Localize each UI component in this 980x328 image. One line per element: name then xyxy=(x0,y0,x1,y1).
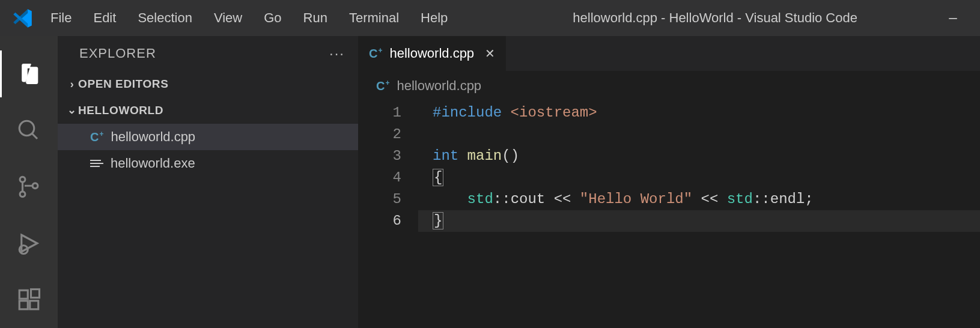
activity-source-control[interactable] xyxy=(0,159,58,215)
line-number: 2 xyxy=(358,124,418,145)
breadcrumb-label: helloworld.cpp xyxy=(397,78,481,94)
menu-selection[interactable]: Selection xyxy=(129,7,201,29)
line-number: 3 xyxy=(358,145,418,167)
activity-run-debug[interactable] xyxy=(0,215,58,272)
menu-help[interactable]: Help xyxy=(412,7,456,29)
titlebar: File Edit Selection View Go Run Terminal… xyxy=(0,0,980,36)
folder-section[interactable]: ⌄ HELLOWORLD xyxy=(58,97,358,124)
svg-point-5 xyxy=(32,183,38,189)
menu-bar: File Edit Selection View Go Run Terminal… xyxy=(42,7,456,29)
minimize-icon[interactable] xyxy=(944,9,962,27)
activity-explorer[interactable] xyxy=(0,46,58,102)
open-editors-label: OPEN EDITORS xyxy=(78,77,168,91)
code-line[interactable] xyxy=(418,124,980,145)
chevron-down-icon: ⌄ xyxy=(66,103,78,117)
svg-rect-0 xyxy=(949,18,957,19)
file-name: helloworld.cpp xyxy=(111,129,195,145)
line-gutter: 1 2 3 4 5 6 xyxy=(358,102,418,232)
menu-view[interactable]: View xyxy=(205,7,251,29)
svg-line-2 xyxy=(32,133,37,139)
line-number: 4 xyxy=(358,167,418,189)
line-number: 5 xyxy=(358,189,418,210)
svg-point-4 xyxy=(20,192,25,197)
activity-extensions[interactable] xyxy=(0,272,58,328)
code-line[interactable]: #include <iostream> xyxy=(418,102,980,124)
code-content[interactable]: #include <iostream> int main() { std::co… xyxy=(418,102,980,232)
svg-point-3 xyxy=(20,177,25,182)
cpp-file-icon: C+ xyxy=(90,130,103,144)
file-name: helloworld.exe xyxy=(111,156,195,171)
close-icon[interactable]: ✕ xyxy=(485,46,495,61)
cpp-file-icon: C+ xyxy=(376,79,389,93)
menu-edit[interactable]: Edit xyxy=(85,7,124,29)
svg-rect-7 xyxy=(19,290,28,299)
tab-label: helloworld.cpp xyxy=(389,46,474,61)
explorer-more-icon[interactable]: ··· xyxy=(329,45,345,62)
menu-file[interactable]: File xyxy=(42,7,80,29)
line-number: 1 xyxy=(358,102,418,124)
activity-search[interactable] xyxy=(0,102,58,159)
file-row-exe[interactable]: helloworld.exe xyxy=(58,150,358,177)
explorer-sidebar: EXPLORER ··· › OPEN EDITORS ⌄ HELLOWORLD… xyxy=(58,36,358,328)
cpp-file-icon: C+ xyxy=(369,47,382,61)
editor-group: C+ helloworld.cpp ✕ C+ helloworld.cpp 1 … xyxy=(358,36,980,328)
code-line[interactable]: std::cout << "Hello World" << std::endl; xyxy=(418,189,980,210)
window-controls xyxy=(944,9,974,27)
svg-rect-8 xyxy=(19,301,28,309)
menu-go[interactable]: Go xyxy=(255,7,290,29)
folder-label: HELLOWORLD xyxy=(78,104,163,117)
code-editor[interactable]: 1 2 3 4 5 6 #include <iostream> int main… xyxy=(358,101,980,232)
breadcrumb[interactable]: C+ helloworld.cpp xyxy=(358,71,980,101)
generic-file-icon xyxy=(90,160,103,167)
activity-bar xyxy=(0,36,58,328)
window-title: helloworld.cpp - HelloWorld - Visual Stu… xyxy=(516,10,944,26)
svg-point-1 xyxy=(19,121,34,136)
editor-tabs: C+ helloworld.cpp ✕ xyxy=(358,36,980,71)
explorer-header: EXPLORER ··· xyxy=(58,36,358,71)
svg-rect-10 xyxy=(31,290,40,298)
file-row-cpp[interactable]: C+ helloworld.cpp xyxy=(58,124,358,150)
code-line[interactable]: int main() xyxy=(418,145,980,167)
open-editors-section[interactable]: › OPEN EDITORS xyxy=(58,71,358,97)
code-line[interactable]: } xyxy=(418,210,980,232)
svg-rect-9 xyxy=(30,301,38,309)
explorer-title: EXPLORER xyxy=(79,46,156,61)
chevron-right-icon: › xyxy=(66,78,78,91)
menu-terminal[interactable]: Terminal xyxy=(341,7,407,29)
editor-tab[interactable]: C+ helloworld.cpp ✕ xyxy=(358,36,506,71)
vscode-logo-icon xyxy=(12,8,33,29)
menu-run[interactable]: Run xyxy=(295,7,336,29)
line-number: 6 xyxy=(358,210,418,232)
code-line[interactable]: { xyxy=(418,167,980,189)
